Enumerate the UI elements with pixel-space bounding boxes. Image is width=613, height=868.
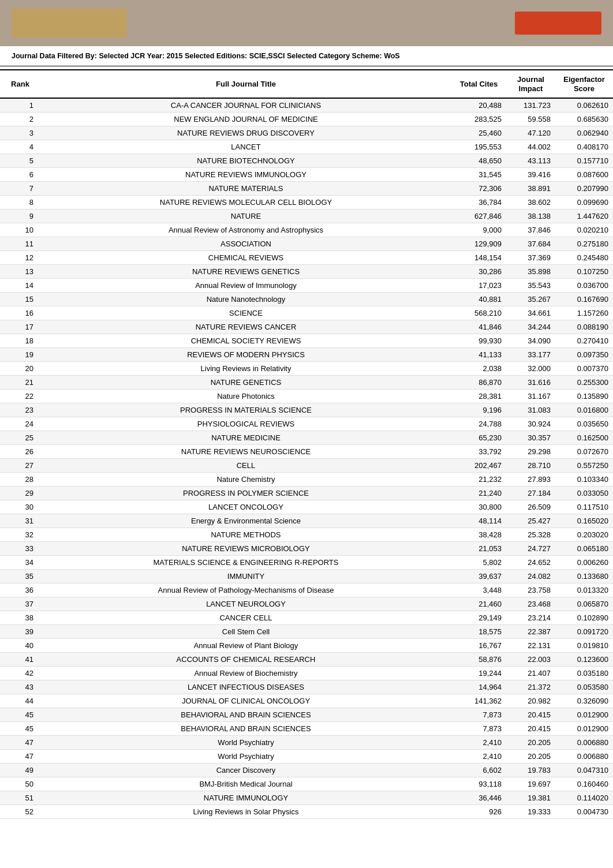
rank-cell: 40 (0, 639, 40, 653)
title-cell: REVIEWS OF MODERN PHYSICS (40, 348, 451, 362)
title-cell: World Psychiatry (40, 736, 451, 750)
title-cell: Annual Review of Biochemistry (40, 667, 451, 680)
cites-cell: 24,788 (451, 417, 506, 431)
rank-cell: 23 (0, 403, 40, 417)
eigen-cell: 0.326090 (555, 694, 613, 708)
table-row: 6NATURE REVIEWS IMMUNOLOGY31,54539.4160.… (0, 168, 613, 182)
table-row: 24PHYSIOLOGICAL REVIEWS24,78830.9240.035… (0, 417, 613, 431)
title-cell: Living Reviews in Solar Physics (40, 805, 451, 819)
rank-cell: 11 (0, 237, 40, 251)
cites-cell: 20,488 (451, 98, 506, 113)
title-cell: Annual Review of Pathology-Mechanisms of… (40, 583, 451, 597)
eigen-cell: 0.020210 (555, 223, 613, 237)
cites-cell: 21,053 (451, 542, 506, 556)
rank-cell: 15 (0, 293, 40, 306)
cites-cell: 21,240 (451, 487, 506, 500)
eigen-cell: 0.203020 (555, 528, 613, 542)
table-row: 22Nature Photonics28,38131.1670.135890 (0, 390, 613, 403)
impact-cell: 27.893 (506, 473, 555, 487)
table-row: 45BEHAVIORAL AND BRAIN SCIENCES7,87320.4… (0, 708, 613, 722)
table-row: 20Living Reviews in Relativity2,03832.00… (0, 362, 613, 376)
table-row: 14Annual Review of Immunology17,02335.54… (0, 279, 613, 293)
eigen-cell: 0.035650 (555, 417, 613, 431)
title-cell: CELL (40, 459, 451, 473)
impact-cell: 32.000 (506, 362, 555, 376)
cites-cell: 25,460 (451, 126, 506, 140)
col-rank: Rank (0, 70, 40, 98)
title-cell: NATURE GENETICS (40, 376, 451, 390)
eigen-cell: 0.036700 (555, 279, 613, 293)
title-cell: NATURE REVIEWS IMMUNOLOGY (40, 168, 451, 182)
impact-cell: 31.167 (506, 390, 555, 403)
cites-cell: 5,802 (451, 556, 506, 570)
cites-cell: 40,881 (451, 293, 506, 306)
eigen-cell: 0.275180 (555, 237, 613, 251)
rank-cell: 19 (0, 348, 40, 362)
eigen-cell: 0.012900 (555, 708, 613, 722)
col-impact: JournalImpact (506, 70, 555, 98)
table-row: 25NATURE MEDICINE65,23030.3570.162500 (0, 431, 613, 445)
title-cell: NATURE METHODS (40, 528, 451, 542)
rank-cell: 45 (0, 708, 40, 722)
rank-cell: 33 (0, 542, 40, 556)
table-row: 15Nature Nanotechnology40,88135.2670.167… (0, 293, 613, 306)
cites-cell: 58,876 (451, 653, 506, 667)
impact-cell: 43.113 (506, 154, 555, 168)
table-row: 7NATURE MATERIALS72,30638.8910.207990 (0, 182, 613, 196)
table-row: 43LANCET INFECTIOUS DISEASES14,96421.372… (0, 680, 613, 694)
title-cell: CA-A CANCER JOURNAL FOR CLINICIANS (40, 98, 451, 113)
title-cell: NATURE REVIEWS DRUG DISCOVERY (40, 126, 451, 140)
title-cell: Nature Photonics (40, 390, 451, 403)
table-row: 35IMMUNITY39,63724.0820.133680 (0, 570, 613, 583)
impact-cell: 35.898 (506, 265, 555, 279)
rank-cell: 30 (0, 500, 40, 514)
title-cell: NATURE REVIEWS NEUROSCIENCE (40, 445, 451, 459)
impact-cell: 24.727 (506, 542, 555, 556)
impact-cell: 35.543 (506, 279, 555, 293)
impact-cell: 44.002 (506, 140, 555, 154)
rank-cell: 9 (0, 209, 40, 223)
impact-cell: 24.082 (506, 570, 555, 583)
title-cell: LANCET (40, 140, 451, 154)
rank-cell: 28 (0, 473, 40, 487)
cites-cell: 41,133 (451, 348, 506, 362)
impact-cell: 23.758 (506, 583, 555, 597)
cites-cell: 129,909 (451, 237, 506, 251)
impact-cell: 19.783 (506, 764, 555, 777)
title-cell: BEHAVIORAL AND BRAIN SCIENCES (40, 722, 451, 736)
title-cell: NATURE MEDICINE (40, 431, 451, 445)
title-cell: Annual Review of Astronomy and Astrophys… (40, 223, 451, 237)
table-row: 40Annual Review of Plant Biology16,76722… (0, 639, 613, 653)
table-row: 33NATURE REVIEWS MICROBIOLOGY21,05324.72… (0, 542, 613, 556)
title-cell: PHYSIOLOGICAL REVIEWS (40, 417, 451, 431)
title-cell: NATURE BIOTECHNOLOGY (40, 154, 451, 168)
cites-cell: 6,602 (451, 764, 506, 777)
impact-cell: 38.602 (506, 196, 555, 209)
rank-cell: 6 (0, 168, 40, 182)
impact-cell: 38.138 (506, 209, 555, 223)
cites-cell: 283,525 (451, 113, 506, 126)
eigen-cell: 0.123600 (555, 653, 613, 667)
title-cell: NATURE (40, 209, 451, 223)
impact-cell: 30.357 (506, 431, 555, 445)
eigen-cell: 0.072670 (555, 445, 613, 459)
cites-cell: 33,792 (451, 445, 506, 459)
impact-cell: 20.415 (506, 708, 555, 722)
title-cell: ACCOUNTS OF CHEMICAL RESEARCH (40, 653, 451, 667)
cites-cell: 93,118 (451, 777, 506, 791)
impact-cell: 22.003 (506, 653, 555, 667)
eigen-cell: 0.165020 (555, 514, 613, 528)
eigen-cell: 0.167690 (555, 293, 613, 306)
table-row: 17NATURE REVIEWS CANCER41,84634.2440.088… (0, 320, 613, 334)
eigen-cell: 1.447620 (555, 209, 613, 223)
cites-cell: 39,637 (451, 570, 506, 583)
impact-cell: 21.372 (506, 680, 555, 694)
rank-cell: 41 (0, 653, 40, 667)
eigen-cell: 0.207990 (555, 182, 613, 196)
rank-cell: 8 (0, 196, 40, 209)
rank-cell: 37 (0, 597, 40, 611)
cites-cell: 926 (451, 805, 506, 819)
eigen-cell: 0.099690 (555, 196, 613, 209)
cites-cell: 141,362 (451, 694, 506, 708)
rank-cell: 10 (0, 223, 40, 237)
